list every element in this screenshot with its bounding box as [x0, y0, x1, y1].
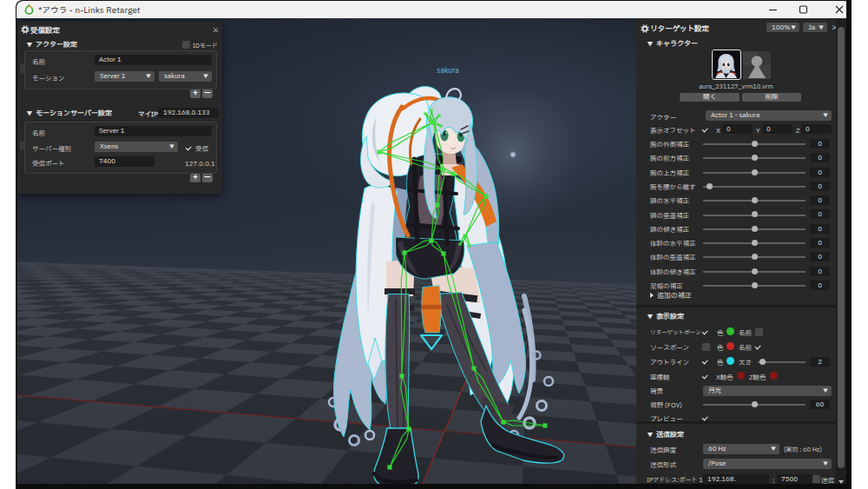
- svg-text:sakura: sakura: [437, 66, 459, 76]
